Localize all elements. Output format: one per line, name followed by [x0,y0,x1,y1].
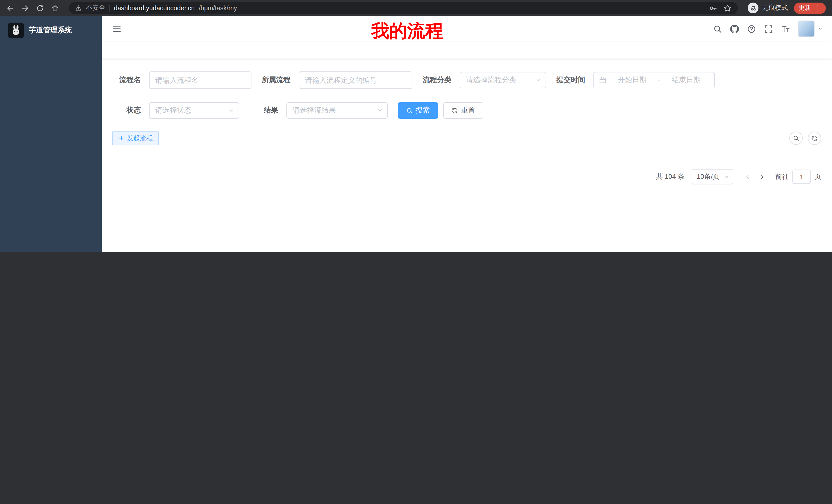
kebab-menu-icon[interactable] [814,5,821,11]
browser-back-icon[interactable] [6,4,15,12]
parent-process-input[interactable] [299,72,412,89]
refresh-icon [811,135,817,141]
chevron-down-icon [724,174,729,179]
filter-row-1: 流程名 所属流程 流程分类 请选择流程分类 提交时间 开始日期 - 结束日期 [112,72,821,89]
pagination: 共 104 条 10条/页 前往 页 [112,169,821,200]
end-date-placeholder: 结束日期 [664,76,709,85]
browser-reload-icon[interactable] [36,4,44,12]
goto-prefix-label: 前往 [775,172,789,181]
calendar-icon [599,77,606,84]
refresh-table-button[interactable] [808,132,821,145]
main-area: 我的流程 [102,16,832,252]
submit-time-label: 提交时间 [556,76,585,85]
toggle-search-button[interactable] [789,132,803,145]
chevron-down-icon [377,107,383,114]
category-select[interactable]: 请选择流程分类 [460,72,546,88]
app-window: 不安全 dashboard.yudao.iocoder.cn/bpm/task/… [0,0,832,252]
category-placeholder: 请选择流程分类 [466,76,516,85]
passwords-key-icon[interactable] [709,4,717,12]
page-size-label: 10条/页 [697,172,719,181]
reset-button[interactable]: 重置 [443,102,483,119]
user-menu[interactable] [798,21,823,37]
chevron-right-icon [759,174,765,180]
goto-page-input[interactable] [792,170,811,184]
update-button[interactable]: 更新 [794,2,826,13]
fullscreen-icon[interactable] [764,24,773,33]
total-count: 共 104 条 [656,172,684,181]
chevron-down-icon [228,107,234,114]
parent-process-label: 所属流程 [262,76,290,85]
date-separator: - [658,76,660,84]
chevron-down-icon [817,26,823,31]
browser-right-controls: 无痕模式 更新 [748,2,826,13]
browser-home-icon[interactable] [51,4,59,12]
result-placeholder: 请选择流结果 [293,106,336,115]
font-size-icon[interactable] [781,24,790,33]
create-process-label: 发起流程 [127,134,153,143]
category-label: 流程分类 [423,76,451,85]
incognito-label: 无痕模式 [762,4,788,12]
search-button-label: 搜索 [415,106,430,115]
incognito-icon [750,4,757,11]
search-icon [406,107,413,114]
result-select[interactable]: 请选择流结果 [286,102,388,119]
navbar [102,16,832,41]
search-button[interactable]: 搜索 [398,102,438,119]
chevron-left-icon [745,174,751,180]
help-icon[interactable] [747,24,756,33]
url-path: /bpm/task/my [199,4,237,11]
sidebar-toggle-icon[interactable] [112,24,121,33]
filter-row-2: 状态 请选择状态 结果 请选择流结果 搜索 [112,102,821,119]
goto-suffix-label: 页 [814,172,821,181]
start-date-placeholder: 开始日期 [609,76,655,85]
incognito-indicator: 无痕模式 [748,3,788,13]
status-label: 状态 [112,106,141,115]
status-select[interactable]: 请选择状态 [149,102,239,119]
incognito-badge [748,3,758,13]
app-logo-row[interactable]: 芋道管理系统 [0,16,102,45]
not-secure-warning-icon [75,5,82,11]
prev-page-button[interactable] [740,170,755,184]
omnibox-divider [109,4,110,11]
browser-toolbar: 不安全 dashboard.yudao.iocoder.cn/bpm/task/… [0,0,832,16]
bookmark-star-icon[interactable] [724,4,732,12]
github-icon[interactable] [730,24,739,33]
update-label: 更新 [799,4,811,12]
process-name-input[interactable] [149,72,252,89]
search-icon[interactable] [713,24,722,33]
red-annotation-title: 我的流程 [371,19,443,43]
page-size-select[interactable]: 10条/页 [692,169,733,185]
next-page-button[interactable] [755,170,769,184]
submit-time-range-picker[interactable]: 开始日期 - 结束日期 [593,72,715,88]
url-host: dashboard.yudao.iocoder.cn [114,4,194,11]
browser-forward-icon[interactable] [21,4,29,12]
toolbar-right-icons [789,132,821,145]
app-title: 芋道管理系统 [29,26,72,35]
status-placeholder: 请选择状态 [155,106,191,115]
tags-view [102,41,832,59]
sidebar: 芋道管理系统 [0,16,102,252]
search-icon [793,135,799,141]
table-toolbar: 发起流程 [112,131,821,145]
page-jumper: 前往 页 [775,170,821,184]
chevron-down-icon [535,77,542,83]
navbar-actions [713,21,823,37]
avatar[interactable] [798,21,814,37]
create-process-button[interactable]: 发起流程 [112,131,159,145]
app-logo [8,23,24,38]
reset-button-label: 重置 [461,106,475,115]
result-label: 结果 [250,106,278,115]
rabbit-logo-icon [10,25,22,36]
refresh-icon [451,107,458,114]
plus-icon [118,135,125,141]
page-content: 流程名 所属流程 流程分类 请选择流程分类 提交时间 开始日期 - 结束日期 [102,59,832,200]
address-bar[interactable]: 不安全 dashboard.yudao.iocoder.cn/bpm/task/… [69,2,738,14]
security-label: 不安全 [86,4,105,12]
process-name-label: 流程名 [112,76,141,85]
